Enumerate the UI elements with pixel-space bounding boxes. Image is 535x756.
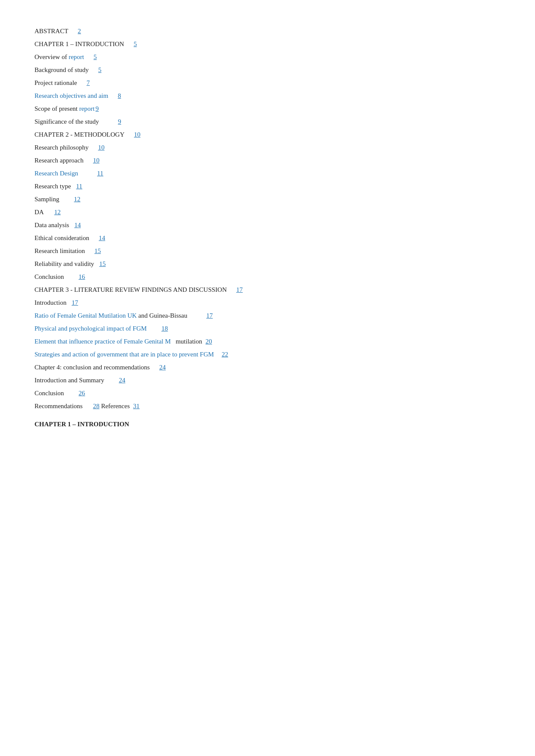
toc-research-design-label[interactable]: Research Design: [34, 168, 78, 178]
toc-strategies-label[interactable]: Strategies and action of government that…: [34, 349, 214, 359]
toc-reliability-label: Reliability and validity: [34, 259, 94, 269]
toc-research-philosophy: Research philosophy 10: [34, 142, 501, 153]
toc-ratio-fgm: Ratio of Female Genital Mutilation UK an…: [34, 310, 501, 321]
toc-research-design-page[interactable]: 11: [97, 168, 103, 178]
toc-research-design: Research Design 11: [34, 168, 501, 178]
toc-data-analysis-page[interactable]: 14: [74, 220, 81, 230]
toc-conclusion1-label: Conclusion: [34, 272, 64, 282]
toc-da: DA 12: [34, 207, 501, 217]
toc-conclusion1-page[interactable]: 16: [78, 272, 85, 282]
toc-ethical-page[interactable]: 14: [99, 233, 105, 243]
toc-ethical: Ethical consideration 14: [34, 233, 501, 243]
toc-research-limitation-page[interactable]: 15: [94, 246, 101, 256]
toc-introduction1-label: Introduction: [34, 297, 66, 308]
toc-conclusion1: Conclusion 16: [34, 272, 501, 282]
toc-abstract-page[interactable]: 2: [78, 26, 81, 36]
toc-sampling: Sampling 12: [34, 194, 501, 204]
toc-ratio-fgm-page[interactable]: 17: [206, 310, 213, 321]
toc-overview-page[interactable]: 5: [94, 52, 97, 62]
toc-introduction1-page[interactable]: 17: [72, 297, 78, 308]
toc-reliability: Reliability and validity 15: [34, 259, 501, 269]
toc-research-limitation: Research limitation 15: [34, 246, 501, 256]
toc-research-limitation-label: Research limitation: [34, 246, 85, 256]
toc-physical-psychological: Physical and psychological impact of FGM…: [34, 323, 501, 334]
toc-recommendations-page[interactable]: 28: [93, 401, 100, 411]
toc-recommendations: Recommendations 28 References 31: [34, 401, 501, 411]
toc-chapter4-label: Chapter 4: conclusion and recommendation…: [34, 362, 150, 372]
toc-project-rationale: Project rationale 7: [34, 78, 501, 88]
toc-chapter3-page[interactable]: 17: [236, 284, 243, 295]
toc-scope-report-link[interactable]: report: [79, 103, 95, 114]
toc-intro-summary-page[interactable]: 24: [119, 375, 125, 385]
toc-physical-psychological-page[interactable]: 18: [161, 323, 168, 334]
toc-ethical-label: Ethical consideration: [34, 233, 89, 243]
toc-data-analysis: Data analysis 14: [34, 220, 501, 230]
toc-sampling-page[interactable]: 12: [74, 194, 81, 204]
toc-background-label: Background of study: [34, 65, 89, 75]
toc-introduction1: Introduction 17: [34, 297, 501, 308]
toc-scope-label: Scope of present: [34, 103, 79, 114]
toc-chapter4: Chapter 4: conclusion and recommendation…: [34, 362, 501, 372]
toc-research-objectives-label[interactable]: Research objectives and aim: [34, 91, 108, 101]
toc-final-heading-label: CHAPTER 1 – INTRODUCTION: [34, 419, 129, 429]
toc-final-heading: CHAPTER 1 – INTRODUCTION: [34, 419, 501, 429]
toc-physical-psychological-label[interactable]: Physical and psychological impact of FGM: [34, 323, 147, 334]
toc-significance-label: Significance of the study: [34, 116, 99, 127]
toc-abstract: ABSTRACT 2: [34, 26, 501, 36]
toc-background-page[interactable]: 5: [98, 65, 102, 75]
toc-abstract-label: ABSTRACT: [34, 26, 68, 36]
toc-research-philosophy-label: Research philosophy: [34, 142, 88, 153]
toc-strategies: Strategies and action of government that…: [34, 349, 501, 359]
toc-overview-label: Overview of: [34, 52, 69, 62]
toc-references-page[interactable]: 31: [133, 401, 140, 411]
toc-project-rationale-page[interactable]: 7: [87, 78, 90, 88]
toc-chapter2-label: CHAPTER 2 - METHODOLOGY: [34, 129, 125, 140]
toc-element-influence: Element that influence practice of Femal…: [34, 336, 501, 347]
toc-conclusion2-page[interactable]: 26: [78, 388, 85, 398]
toc-research-objectives-page[interactable]: 8: [118, 91, 121, 101]
toc-significance-page[interactable]: 9: [118, 116, 122, 127]
toc-references-label: References: [100, 401, 131, 411]
toc-ratio-fgm-suffix: and Guinea-Bissau: [137, 310, 187, 321]
toc-research-type-label: Research type: [34, 181, 71, 191]
toc-da-page[interactable]: 12: [54, 207, 61, 217]
toc-element-influence-label[interactable]: Element that influence practice of Femal…: [34, 336, 171, 347]
toc-overview: Overview of report 5: [34, 52, 501, 62]
toc-chapter4-page[interactable]: 24: [159, 362, 166, 372]
toc-research-philosophy-page[interactable]: 10: [98, 142, 104, 153]
toc-research-type-page[interactable]: 11: [76, 181, 82, 191]
toc-recommendations-label: Recommendations: [34, 401, 83, 411]
toc-strategies-page[interactable]: 22: [222, 349, 228, 359]
toc-scope-page[interactable]: 9: [96, 103, 99, 114]
toc-chapter1: CHAPTER 1 – INTRODUCTION 5: [34, 39, 501, 49]
toc-research-approach-label: Research approach: [34, 155, 84, 166]
toc-sampling-label: Sampling: [34, 194, 59, 204]
toc-project-rationale-label: Project rationale: [34, 78, 77, 88]
toc-reliability-page[interactable]: 15: [99, 259, 106, 269]
toc-chapter2-page[interactable]: 10: [134, 129, 141, 140]
toc-conclusion2-label: Conclusion: [34, 388, 64, 398]
toc-background: Background of study 5: [34, 65, 501, 75]
toc-intro-summary-label: Introduction and Summary: [34, 375, 104, 385]
toc-research-approach-page[interactable]: 10: [93, 155, 100, 166]
toc-chapter3-label: CHAPTER 3 - LITERATURE REVIEW FINDINGS A…: [34, 284, 227, 295]
toc-research-approach: Research approach 10: [34, 155, 501, 166]
toc-conclusion2: Conclusion 26: [34, 388, 501, 398]
toc-data-analysis-label: Data analysis: [34, 220, 69, 230]
toc-element-influence-suffix: mutilation: [171, 336, 204, 347]
toc-chapter3: CHAPTER 3 - LITERATURE REVIEW FINDINGS A…: [34, 284, 501, 295]
toc-significance: Significance of the study 9: [34, 116, 501, 127]
toc-scope: Scope of present report9: [34, 103, 501, 114]
toc-ratio-fgm-label[interactable]: Ratio of Female Genital Mutilation UK: [34, 310, 137, 321]
table-of-contents: ABSTRACT 2 CHAPTER 1 – INTRODUCTION 5 Ov…: [34, 26, 501, 429]
toc-intro-summary: Introduction and Summary 24: [34, 375, 501, 385]
toc-chapter1-page[interactable]: 5: [134, 39, 137, 49]
toc-research-type: Research type 11: [34, 181, 501, 191]
toc-element-influence-page[interactable]: 20: [206, 336, 212, 347]
toc-chapter2: CHAPTER 2 - METHODOLOGY 10: [34, 129, 501, 140]
toc-overview-report-link[interactable]: report: [69, 52, 84, 62]
toc-research-objectives: Research objectives and aim 8: [34, 91, 501, 101]
toc-chapter1-label: CHAPTER 1 – INTRODUCTION: [34, 39, 124, 49]
toc-da-label: DA: [34, 207, 44, 217]
